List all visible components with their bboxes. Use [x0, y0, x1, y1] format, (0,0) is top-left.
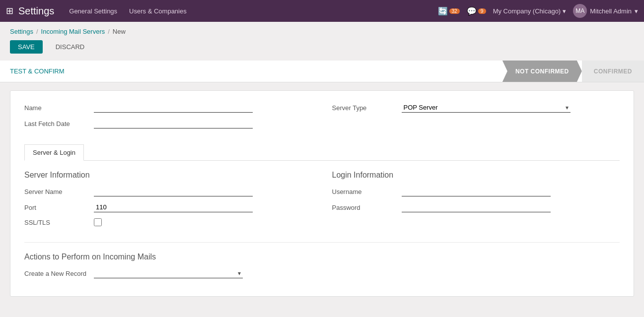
username-input[interactable]	[402, 187, 551, 196]
left-header-col: Name Last Fetch Date	[24, 103, 312, 134]
login-info-title: Login Information	[332, 171, 620, 180]
username-row: Username	[332, 187, 620, 196]
company-name: My Company (Chicago)	[493, 7, 561, 15]
status-badges: NOT CONFIRMED CONFIRMED	[502, 61, 644, 82]
top-nav-right: 🔄 32 💬 9 My Company (Chicago) ▾ MA Mitch…	[438, 4, 638, 18]
update-icon: 🔄	[438, 6, 448, 16]
server-name-row: Server Name	[24, 187, 312, 196]
password-label: Password	[332, 204, 402, 211]
user-avatar: MA	[573, 4, 587, 18]
confirmed-badge: CONFIRMED	[582, 61, 644, 82]
two-col-section: Server Information Server Name Port SSL/…	[24, 171, 620, 232]
create-record-wrapper	[94, 268, 243, 278]
ssl-tls-row: SSL/TLS	[24, 218, 312, 226]
top-navigation: ⊞ Settings General Settings Users & Comp…	[0, 0, 644, 22]
server-name-input[interactable]	[94, 187, 253, 196]
breadcrumb: Settings / Incoming Mail Servers / New	[10, 28, 634, 35]
name-row: Name	[24, 103, 312, 113]
create-record-select[interactable]	[94, 268, 243, 278]
nav-general-settings[interactable]: General Settings	[69, 5, 117, 17]
save-button[interactable]: SAVE	[10, 40, 43, 54]
discard-button[interactable]: DISCARD	[48, 40, 93, 54]
user-name: Mitchell Admin	[590, 7, 632, 15]
grid-menu-icon[interactable]: ⊞	[6, 5, 13, 16]
company-dropdown-icon: ▾	[563, 7, 566, 15]
message-icon: 💬	[467, 6, 477, 16]
actions-section: Actions to Perform on Incoming Mails Cre…	[24, 253, 620, 278]
create-record-row: Create a New Record	[24, 268, 620, 278]
ssl-tls-checkbox[interactable]	[94, 218, 102, 226]
user-menu[interactable]: MA Mitchell Admin ▾	[573, 4, 638, 18]
status-bar-wrapper: TEST & CONFIRM NOT CONFIRMED CONFIRMED	[0, 61, 644, 82]
server-type-label: Server Type	[332, 104, 402, 112]
user-dropdown-icon: ▾	[635, 7, 638, 15]
status-area: TEST & CONFIRM NOT CONFIRMED CONFIRMED	[0, 61, 644, 82]
messages-badge[interactable]: 💬 9	[467, 6, 486, 16]
top-nav-links: General Settings Users & Companies	[69, 5, 437, 17]
app-title: Settings	[18, 5, 54, 17]
username-label: Username	[332, 188, 402, 195]
test-confirm-area: TEST & CONFIRM	[0, 61, 502, 82]
form-area: Name Last Fetch Date Server Type POP Ser…	[10, 82, 634, 297]
create-record-label: Create a New Record	[24, 270, 94, 277]
last-fetch-label: Last Fetch Date	[24, 120, 94, 127]
not-confirmed-badge: NOT CONFIRMED	[502, 61, 582, 82]
server-type-wrapper: POP Server IMAP Server	[402, 103, 571, 113]
right-header-col: Server Type POP Server IMAP Server	[332, 103, 620, 134]
port-input[interactable]	[94, 202, 253, 212]
updates-badge[interactable]: 🔄 32	[438, 6, 460, 16]
server-info-section: Server Information Server Name Port SSL/…	[24, 171, 312, 232]
form-header: Name Last Fetch Date Server Type POP Ser…	[24, 103, 620, 134]
breadcrumb-settings[interactable]: Settings	[10, 28, 33, 35]
section-divider	[24, 242, 620, 243]
updates-count: 32	[449, 8, 460, 14]
nav-users-companies[interactable]: Users & Companies	[129, 5, 187, 17]
ssl-tls-label: SSL/TLS	[24, 219, 94, 226]
last-fetch-row: Last Fetch Date	[24, 119, 312, 128]
actions-title: Actions to Perform on Incoming Mails	[24, 253, 620, 261]
action-bar: SAVE DISCARD	[10, 40, 634, 54]
login-info-section: Login Information Username Password	[332, 171, 620, 232]
breadcrumb-incoming-mail[interactable]: Incoming Mail Servers	[41, 28, 105, 35]
port-label: Port	[24, 204, 94, 211]
name-input[interactable]	[94, 103, 253, 113]
password-row: Password	[332, 202, 620, 212]
test-confirm-button[interactable]: TEST & CONFIRM	[10, 62, 65, 81]
password-input[interactable]	[402, 202, 551, 212]
breadcrumb-sep-2: /	[108, 28, 110, 35]
server-type-select[interactable]: POP Server IMAP Server	[402, 103, 571, 113]
company-selector[interactable]: My Company (Chicago) ▾	[493, 7, 567, 15]
form-tabs: Server & Login	[24, 144, 620, 161]
last-fetch-input[interactable]	[94, 119, 253, 128]
server-type-row: Server Type POP Server IMAP Server	[332, 103, 620, 113]
breadcrumb-sep-1: /	[36, 28, 38, 35]
tab-server-login[interactable]: Server & Login	[24, 144, 84, 161]
form-card: Name Last Fetch Date Server Type POP Ser…	[10, 90, 634, 297]
page-content: Settings / Incoming Mail Servers / New S…	[0, 22, 644, 303]
server-name-label: Server Name	[24, 188, 94, 195]
port-row: Port	[24, 202, 312, 212]
messages-count: 9	[478, 8, 486, 14]
name-label: Name	[24, 104, 94, 112]
server-info-title: Server Information	[24, 171, 312, 180]
breadcrumb-current: New	[113, 28, 126, 35]
